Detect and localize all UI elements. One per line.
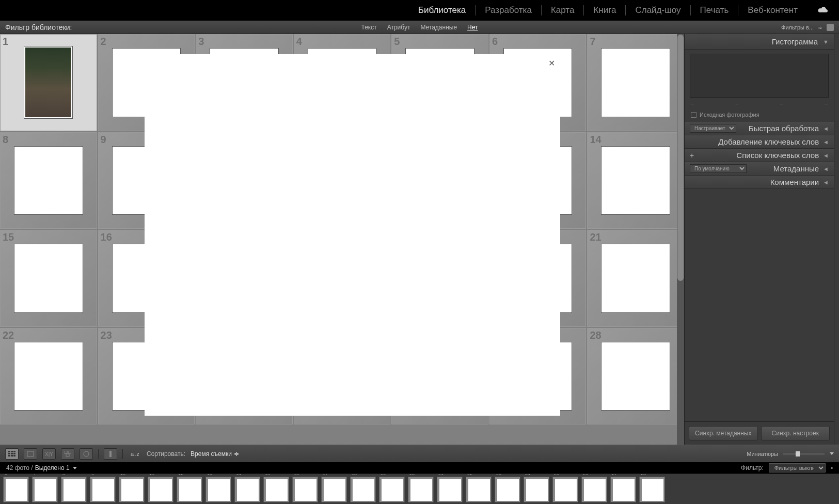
svg-rect-12 [68,451,71,453]
painter-tool-button[interactable] [104,448,117,460]
filmstrip-filter-label: Фильтр: [741,464,764,471]
filmstrip-filter-select[interactable]: Фильтры выключ... [769,463,826,472]
filmstrip-thumbnail[interactable]: 11 [148,477,173,502]
filmstrip-image [266,479,288,501]
filmstrip-thumbnail[interactable]: 28 [639,477,665,502]
source-photo-checkbox[interactable] [691,112,696,118]
comments-header[interactable]: Комментарии [690,178,819,186]
filter-tab-attribute[interactable]: Атрибут [387,24,410,31]
filmstrip-thumbnail[interactable]: 24 [524,477,549,502]
thumbnail-cell[interactable]: 21 [587,230,684,327]
thumbnail-image [14,342,83,411]
source-dropdown-icon[interactable] [73,467,77,469]
filter-lock-icon[interactable] [827,24,834,31]
metadata-preset-select[interactable]: По умолчанию [690,164,747,173]
loupe-view-button[interactable] [24,448,37,460]
module-web[interactable]: Веб-контент [738,0,807,21]
sort-dropdown[interactable]: Время съемки ≑ [191,450,239,458]
selection-count: Выделено 1 [35,464,70,471]
thumbnail-cell[interactable]: 22 [0,328,97,425]
filmstrip-index: 19 [381,474,386,476]
filter-tab-metadata[interactable]: Метаданные [420,24,457,31]
filter-preset-dropdown[interactable]: Фильтры в... [781,24,814,30]
filmstrip-thumbnail[interactable]: 9 [90,477,116,502]
filter-tab-none[interactable]: Нет [467,24,478,31]
metadata-header[interactable]: Метаданные [751,164,819,173]
filmstrip-thumbnail[interactable]: 18 [350,477,376,502]
histogram-header[interactable]: Гистограмма ▼ [685,34,834,50]
thumbnail-cell[interactable]: 14 [587,132,684,229]
collapse-icon[interactable]: ◄ [823,166,829,172]
filmstrip-thumbnail[interactable]: 8 [61,477,87,502]
module-develop[interactable]: Разработка [476,0,541,21]
filmstrip-image [324,479,345,501]
grid-scrollbar[interactable] [677,34,684,445]
quick-develop-preset-select[interactable]: Настраивается [690,124,736,133]
collapse-icon[interactable]: ◄ [823,179,829,185]
filmstrip-thumbnail[interactable]: 16 [292,477,318,502]
modal-close-button[interactable]: ✕ [548,58,555,68]
collapse-icon[interactable]: ◄ [823,152,829,159]
collapse-icon[interactable]: ◄ [823,139,829,145]
filmstrip-thumbnail[interactable]: 19 [379,477,405,502]
slider-knob[interactable] [796,451,800,456]
scrollbar-thumb[interactable] [677,35,684,281]
filter-tab-text[interactable]: Текст [361,24,376,31]
sync-metadata-button[interactable]: Синхр. метаданных [689,426,758,440]
thumbnail-cell[interactable]: 8 [0,132,97,229]
filmstrip-thumbnail[interactable]: 6 [3,477,29,502]
filmstrip-index: 10 [120,474,125,476]
filmstrip-thumbnail[interactable]: 26 [581,477,607,502]
filter-label: Фильтр библиотеки: [5,23,72,32]
thumbnail-index: 8 [3,134,8,146]
filmstrip-thumbnail[interactable]: 17 [321,477,347,502]
module-print[interactable]: Печать [691,0,738,21]
sync-settings-button[interactable]: Синхр. настроек [761,426,830,440]
cloud-sync-icon[interactable] [817,6,829,15]
filmstrip-thumbnail[interactable]: 21 [437,477,463,502]
filmstrip-index: 22 [467,474,472,476]
sort-direction-button[interactable]: a↓z [128,448,141,460]
keywording-header[interactable]: Добавление ключевых слов [690,137,819,146]
toolbar-options-dropdown[interactable] [830,452,834,455]
filmstrip[interactable]: 6789101112131415161718192021222324252627… [0,474,839,504]
survey-view-button[interactable] [61,448,74,460]
thumbnail-cell[interactable]: 7 [587,34,684,131]
filmstrip-image [295,479,316,501]
thumbnail-cell[interactable]: 15 [0,230,97,327]
thumbnail-image [601,244,670,313]
module-slideshow[interactable]: Слайд-шоу [626,0,690,21]
filmstrip-thumbnail[interactable]: 27 [610,477,636,502]
right-panel-expand-handle[interactable] [834,34,839,445]
thumbnail-cell[interactable]: 28 [587,328,684,425]
filmstrip-thumbnail[interactable]: 23 [495,477,520,502]
histogram-display [690,54,829,98]
collapse-icon[interactable]: ◄ [823,125,829,132]
thumbnail-size-slider[interactable] [783,453,825,455]
module-book[interactable]: Книга [584,0,625,21]
filmstrip-thumbnail[interactable]: 7 [32,477,58,502]
module-library[interactable]: Библиотека [409,0,475,21]
filmstrip-thumbnail[interactable]: 13 [205,477,231,502]
filmstrip-thumbnail[interactable]: 20 [408,477,434,502]
filter-switch-icon[interactable]: ▪ [831,464,833,471]
filmstrip-image [353,479,374,501]
people-view-button[interactable] [80,448,93,460]
add-keyword-button[interactable]: + [690,151,694,160]
filmstrip-thumbnail[interactable]: 14 [234,477,260,502]
filmstrip-thumbnail[interactable]: 15 [263,477,289,502]
filmstrip-thumbnail[interactable]: 22 [466,477,492,502]
grid-view-button[interactable] [5,448,19,460]
quick-develop-header[interactable]: Быстрая обработка [740,124,819,133]
thumbnail-cell[interactable]: 1 [0,34,97,131]
thumbnail-index: 5 [394,36,400,48]
filmstrip-index: 16 [294,474,299,476]
module-map[interactable]: Карта [542,0,584,21]
right-panel: Гистограмма ▼ – – – – Исходная фотографи… [684,34,834,445]
thumbnail-index: 21 [590,231,601,243]
compare-view-button[interactable]: X|Y [42,448,56,460]
keyword-list-header[interactable]: Список ключевых слов [698,151,819,160]
filmstrip-thumbnail[interactable]: 25 [552,477,578,502]
filmstrip-thumbnail[interactable]: 12 [177,477,202,502]
filmstrip-thumbnail[interactable]: 10 [119,477,145,502]
